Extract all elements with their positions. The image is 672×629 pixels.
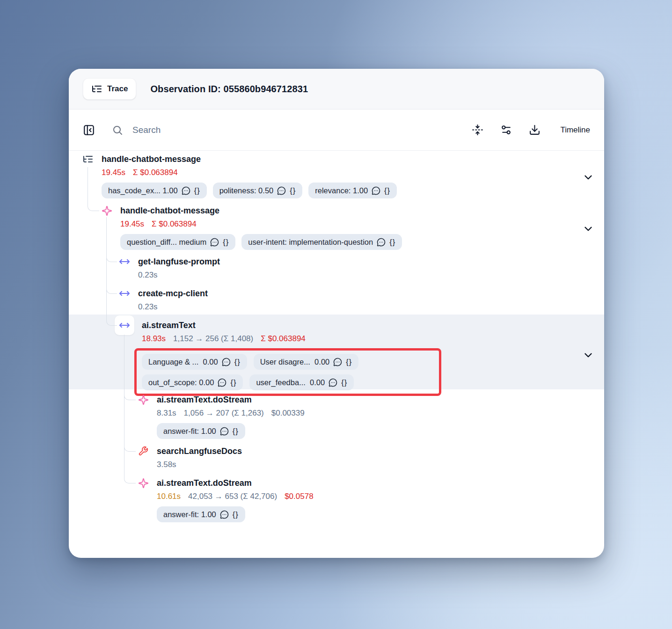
duration-label: 3.58s	[157, 459, 176, 470]
duration-label: 10.61s	[157, 491, 181, 502]
expand-collapse-chevron[interactable]	[582, 349, 595, 362]
score-badge-label: User disagre... 0.00	[260, 356, 330, 367]
score-badges: answer-fit: 1.00{}	[157, 506, 314, 522]
collapse-all-button[interactable]	[472, 124, 483, 136]
comment-bubble-icon	[220, 427, 229, 436]
metadata-braces: {}	[233, 425, 239, 437]
observation-name: get-langfuse-prompt	[138, 256, 220, 267]
metadata-braces: {}	[341, 377, 347, 388]
tree-row-searchLangfuseDocs[interactable]: searchLangfuseDocs3.58s	[69, 446, 604, 470]
score-badge[interactable]: out_of_scope: 0.00{}	[142, 374, 243, 390]
comment-bubble-icon	[182, 186, 190, 195]
score-badge[interactable]: user-intent: implementation-question{}	[241, 234, 402, 250]
score-badge[interactable]: question_diff... medium{}	[120, 234, 235, 250]
search-icon	[112, 124, 123, 136]
score-badge-label: Language & ... 0.00	[148, 356, 218, 367]
score-badge[interactable]: answer-fit: 1.00{}	[157, 423, 245, 439]
score-badge-label: user_feedba... 0.00	[256, 377, 325, 388]
score-badge[interactable]: user_feedba... 0.00{}	[249, 374, 354, 390]
tree-row-handle-chatbot-message[interactable]: handle-chatbot-message19.45sΣ $0.063894h…	[69, 154, 604, 198]
span-icon	[119, 320, 130, 331]
trace-icon-box	[82, 153, 94, 165]
download-icon	[529, 124, 541, 136]
trace-viewer-window: Trace Observation ID: 055860b946712831 T…	[69, 69, 604, 558]
score-badges: has_code_ex... 1.00{}politeness: 0.50{}r…	[102, 183, 397, 198]
search-input[interactable]	[131, 124, 330, 136]
score-badge-label: has_code_ex... 1.00	[108, 185, 178, 196]
comment-bubble-icon	[333, 358, 342, 366]
token-usage-label: 1,056 → 207 (Σ 1,263)	[184, 408, 264, 419]
tree-row-handle-chatbot-message[interactable]: handle-chatbot-message19.45sΣ $0.063894q…	[69, 205, 604, 250]
cost-label: $0.00339	[271, 408, 305, 419]
duration-label: 0.23s	[138, 301, 158, 313]
duration-label: 8.31s	[157, 408, 176, 419]
score-badge[interactable]: has_code_ex... 1.00{}	[102, 183, 207, 198]
metadata-braces: {}	[233, 509, 239, 520]
score-badges: answer-fit: 1.00{}	[157, 423, 305, 439]
tree-row-get-langfuse-prompt[interactable]: get-langfuse-prompt0.23s	[69, 256, 604, 281]
tree-row-ai.streamText.doStream[interactable]: ai.streamText.doStream8.31s1,056 → 207 (…	[69, 394, 604, 439]
metadata-braces: {}	[223, 236, 229, 248]
cost-label: Σ $0.063894	[133, 167, 178, 178]
score-badge-label: politeness: 0.50	[219, 185, 274, 196]
chevron-down-icon	[582, 349, 594, 361]
comment-bubble-icon	[329, 378, 337, 387]
download-button[interactable]	[529, 124, 541, 136]
generation-icon	[138, 395, 149, 405]
tree-row-ai.streamText[interactable]: ai.streamText18.93s1,152 → 256 (Σ 1,408)…	[69, 314, 604, 389]
tree-row-create-mcp-client[interactable]: create-mcp-client0.23s	[69, 288, 604, 313]
duration-label: 19.45s	[102, 167, 125, 178]
metadata-braces: {}	[389, 236, 395, 248]
filter-settings-icon	[500, 124, 512, 136]
trace-tab-button[interactable]: Trace	[83, 78, 136, 100]
timeline-toggle[interactable]: Timeline	[560, 125, 590, 135]
trace-tree-icon	[82, 154, 94, 165]
tool-icon	[138, 446, 148, 456]
score-badge-label: question_diff... medium	[127, 236, 206, 248]
collapse-panel-button[interactable]	[83, 124, 95, 136]
score-badge[interactable]: relevance: 1.00{}	[308, 183, 397, 198]
generation-icon-box	[137, 394, 149, 406]
cost-label: Σ $0.063894	[152, 219, 197, 230]
trace-tree-icon	[91, 83, 102, 95]
view-settings-button[interactable]	[500, 124, 512, 136]
score-badge-label: out_of_scope: 0.00	[148, 377, 214, 388]
span-icon	[119, 256, 130, 267]
score-badges: question_diff... medium{}user-intent: im…	[120, 234, 402, 250]
metadata-braces: {}	[384, 185, 390, 196]
page-title: Observation ID: 055860b946712831	[150, 84, 308, 95]
metadata-braces: {}	[234, 356, 241, 367]
comment-bubble-icon	[372, 186, 380, 195]
annotation-highlight-box: Language & ... 0.00{}User disagre... 0.0…	[134, 348, 441, 396]
span-icon-box	[115, 315, 134, 335]
panel-collapse-icon	[83, 124, 95, 136]
span-icon	[119, 288, 130, 299]
comment-bubble-icon	[222, 358, 231, 366]
observation-name: ai.streamText.doStream	[157, 394, 305, 405]
generation-icon-box	[101, 205, 113, 217]
fold-vertical-icon	[472, 124, 483, 136]
tool-icon-box	[137, 445, 149, 457]
metadata-braces: {}	[290, 185, 296, 196]
observation-name: ai.streamText	[142, 320, 441, 331]
duration-label: 0.23s	[138, 270, 158, 281]
metadata-braces: {}	[230, 377, 236, 388]
observation-name: searchLangfuseDocs	[157, 446, 242, 457]
score-badge-label: relevance: 1.00	[315, 185, 368, 196]
tree-row-ai.streamText.doStream[interactable]: ai.streamText.doStream10.61s42,053 → 653…	[69, 477, 604, 522]
observation-name: ai.streamText.doStream	[157, 477, 314, 489]
score-badge-label: answer-fit: 1.00	[163, 509, 216, 520]
token-usage-label: 42,053 → 653 (Σ 42,706)	[188, 491, 277, 502]
expand-collapse-chevron[interactable]	[582, 222, 595, 235]
score-badge[interactable]: answer-fit: 1.00{}	[157, 506, 245, 522]
comment-bubble-icon	[218, 378, 226, 387]
metadata-braces: {}	[346, 356, 352, 367]
token-usage-label: 1,152 → 256 (Σ 1,408)	[173, 333, 253, 344]
score-badge[interactable]: politeness: 0.50{}	[213, 183, 303, 198]
comment-bubble-icon	[220, 510, 229, 519]
metadata-braces: {}	[194, 185, 200, 196]
score-badge[interactable]: Language & ... 0.00{}	[142, 354, 247, 370]
score-badge[interactable]: User disagre... 0.00{}	[254, 354, 359, 370]
expand-collapse-chevron[interactable]	[582, 171, 595, 184]
chevron-down-icon	[582, 223, 594, 235]
